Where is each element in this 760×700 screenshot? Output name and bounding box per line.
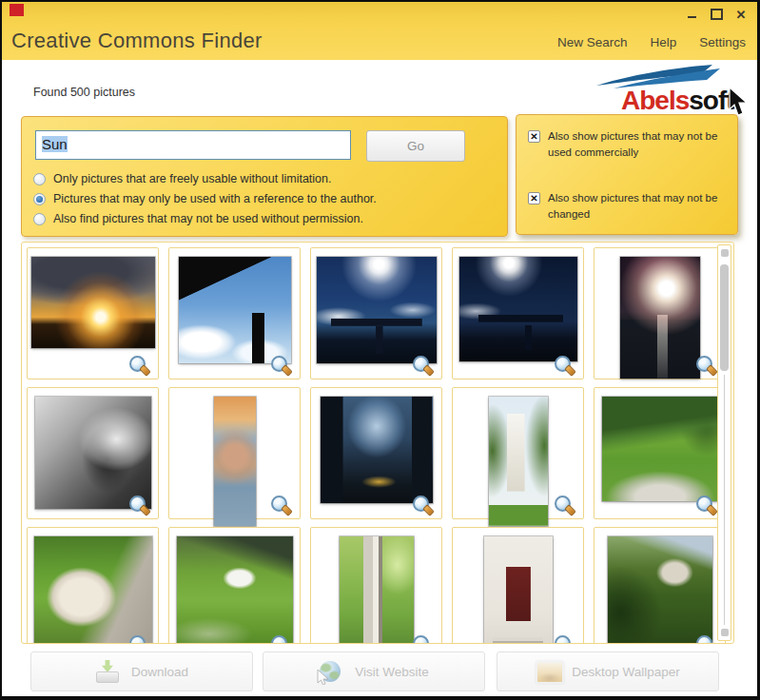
download-label: Download xyxy=(131,665,188,679)
magnifier-handle xyxy=(564,504,576,516)
result-card[interactable] xyxy=(310,387,442,519)
result-card[interactable] xyxy=(594,527,726,644)
license-option-restricted[interactable]: Also find pictures that may not be used … xyxy=(33,212,507,225)
download-icon xyxy=(95,660,120,683)
search-panel: Sun Go Only pictures that are freely usa… xyxy=(21,116,508,237)
menu-item-settings[interactable]: Settings xyxy=(699,35,746,49)
result-card[interactable] xyxy=(310,247,442,379)
result-card[interactable] xyxy=(168,247,301,379)
download-button[interactable]: Download xyxy=(30,651,253,691)
results-count: Found 500 pictures xyxy=(33,86,135,99)
magnifier-icon[interactable] xyxy=(271,635,291,644)
visit-website-button[interactable]: Visit Website xyxy=(263,651,485,691)
photo-thumbnail xyxy=(31,257,155,348)
filter-label: Also show pictures that may not be used … xyxy=(548,128,728,162)
checkbox-icon: ✕ xyxy=(528,130,540,143)
magnifier-lens xyxy=(129,635,146,644)
wallpaper-icon xyxy=(536,660,560,683)
menu-item-new-search[interactable]: New Search xyxy=(557,35,628,49)
magnifier-icon[interactable] xyxy=(696,356,716,376)
search-input[interactable]: Sun xyxy=(35,130,351,160)
magnifier-handle xyxy=(706,364,718,377)
magnifier-lens xyxy=(696,635,712,644)
result-card[interactable] xyxy=(27,387,159,519)
result-card[interactable] xyxy=(27,527,159,644)
window-controls: ✕ xyxy=(685,8,748,21)
result-card[interactable] xyxy=(168,527,301,644)
photo-thumbnail xyxy=(317,257,437,363)
scrollbar-track-line xyxy=(724,375,725,625)
scroll-down-button[interactable] xyxy=(721,629,729,636)
magnifier-handle xyxy=(139,504,151,516)
filter-nochange[interactable]: ✕ Also show pictures that may not be cha… xyxy=(528,190,728,224)
app-title: Creative Commons Finder xyxy=(11,29,263,53)
checkbox-icon: ✕ xyxy=(528,192,540,204)
filter-noncommercial[interactable]: ✕ Also show pictures that may not be use… xyxy=(528,128,728,162)
magnifier-icon[interactable] xyxy=(129,496,149,515)
magnifier-icon[interactable] xyxy=(271,356,291,376)
title-bar: ✕ Creative Commons Finder New Search Hel… xyxy=(2,2,757,60)
result-card[interactable] xyxy=(594,247,726,379)
magnifier-icon[interactable] xyxy=(696,496,716,515)
result-card[interactable] xyxy=(594,387,726,519)
desktop-wallpaper-label: Desktop Wallpaper xyxy=(572,665,680,679)
results-grid xyxy=(27,247,726,644)
magnifier-handle xyxy=(139,364,151,377)
filter-label: Also show pictures that may not be chang… xyxy=(548,190,728,224)
abelssoft-logo[interactable]: Abelssoft xyxy=(585,63,749,118)
photo-thumbnail xyxy=(489,397,548,526)
license-option-label: Pictures that may only be used with a re… xyxy=(53,192,377,205)
radio-icon xyxy=(33,193,46,205)
radio-icon xyxy=(33,213,46,225)
result-card[interactable] xyxy=(310,527,442,644)
photo-thumbnail xyxy=(34,536,152,644)
magnifier-icon[interactable] xyxy=(129,356,149,376)
magnifier-lens xyxy=(413,635,429,644)
filter-panel: ✕ Also show pictures that may not be use… xyxy=(516,114,738,235)
magnifier-icon[interactable] xyxy=(555,356,575,376)
maximize-button[interactable] xyxy=(710,8,723,21)
magnifier-handle xyxy=(281,504,293,516)
license-options: Only pictures that are freely usable wit… xyxy=(33,172,507,225)
result-card[interactable] xyxy=(452,247,584,379)
photo-thumbnail xyxy=(608,536,712,643)
photo-thumbnail xyxy=(602,397,718,501)
result-card[interactable] xyxy=(452,527,584,644)
license-option-attribution[interactable]: Pictures that may only be used with a re… xyxy=(33,192,507,205)
magnifier-icon[interactable] xyxy=(555,496,575,515)
menu-item-help[interactable]: Help xyxy=(650,35,676,49)
photo-thumbnail xyxy=(484,536,553,644)
result-card[interactable] xyxy=(168,387,301,519)
scrollbar-thumb[interactable] xyxy=(720,264,729,371)
scroll-up-button[interactable] xyxy=(721,249,729,257)
magnifier-handle xyxy=(422,364,435,377)
photo-thumbnail xyxy=(340,536,414,644)
magnifier-icon[interactable] xyxy=(413,356,433,376)
magnifier-icon[interactable] xyxy=(696,635,716,644)
photo-thumbnail xyxy=(321,397,433,503)
desktop-wallpaper-button[interactable]: Desktop Wallpaper xyxy=(497,651,719,691)
magnifier-icon[interactable] xyxy=(413,496,433,515)
magnifier-icon[interactable] xyxy=(271,496,291,515)
magnifier-lens xyxy=(555,635,571,644)
app-window: ✕ Creative Commons Finder New Search Hel… xyxy=(0,0,760,700)
magnifier-handle xyxy=(706,504,718,516)
logo-text: Abelssoft xyxy=(621,86,734,116)
result-card[interactable] xyxy=(27,247,159,379)
magnifier-icon[interactable] xyxy=(129,635,149,644)
result-card[interactable] xyxy=(452,387,584,519)
magnifier-handle xyxy=(422,504,435,516)
magnifier-icon[interactable] xyxy=(555,635,575,644)
photo-thumbnail xyxy=(179,257,291,363)
results-scrollbar[interactable] xyxy=(717,244,731,641)
go-button[interactable]: Go xyxy=(366,130,465,162)
license-option-free[interactable]: Only pictures that are freely usable wit… xyxy=(33,172,507,185)
magnifier-handle xyxy=(564,364,576,377)
magnifier-icon[interactable] xyxy=(413,635,433,644)
photo-thumbnail xyxy=(214,397,256,526)
photo-thumbnail xyxy=(177,536,293,644)
globe-icon xyxy=(319,660,343,683)
close-button[interactable]: ✕ xyxy=(734,8,748,21)
app-icon xyxy=(10,4,24,16)
minimize-button[interactable] xyxy=(685,8,698,21)
